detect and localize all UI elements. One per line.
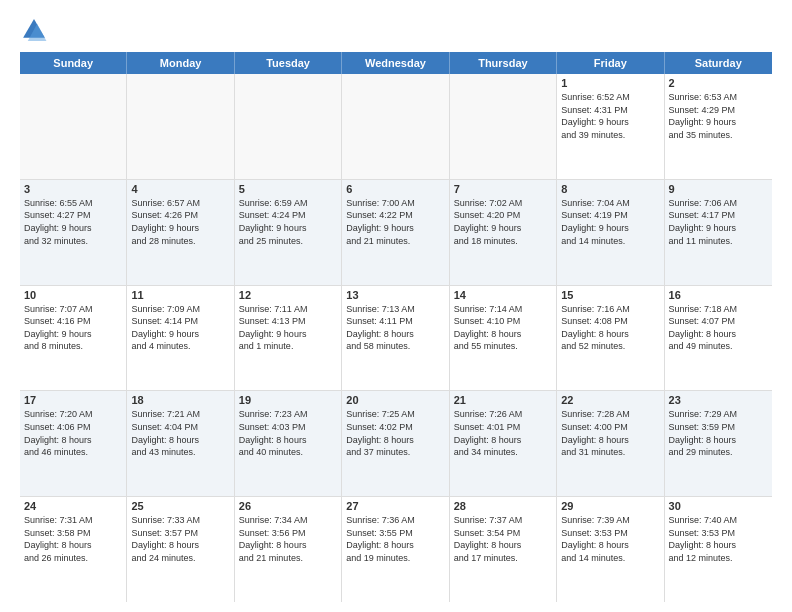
cal-header-cell-monday: Monday (127, 52, 234, 74)
cal-cell: 8Sunrise: 7:04 AM Sunset: 4:19 PM Daylig… (557, 180, 664, 285)
day-number: 19 (239, 394, 337, 406)
page: SundayMondayTuesdayWednesdayThursdayFrid… (0, 0, 792, 612)
cal-cell: 23Sunrise: 7:29 AM Sunset: 3:59 PM Dayli… (665, 391, 772, 496)
day-info: Sunrise: 6:52 AM Sunset: 4:31 PM Dayligh… (561, 91, 659, 141)
day-info: Sunrise: 7:31 AM Sunset: 3:58 PM Dayligh… (24, 514, 122, 564)
day-info: Sunrise: 7:33 AM Sunset: 3:57 PM Dayligh… (131, 514, 229, 564)
cal-row-3: 17Sunrise: 7:20 AM Sunset: 4:06 PM Dayli… (20, 391, 772, 497)
cal-cell: 11Sunrise: 7:09 AM Sunset: 4:14 PM Dayli… (127, 286, 234, 391)
cal-cell: 29Sunrise: 7:39 AM Sunset: 3:53 PM Dayli… (557, 497, 664, 602)
day-number: 2 (669, 77, 768, 89)
day-number: 20 (346, 394, 444, 406)
day-number: 9 (669, 183, 768, 195)
day-number: 3 (24, 183, 122, 195)
cal-cell: 13Sunrise: 7:13 AM Sunset: 4:11 PM Dayli… (342, 286, 449, 391)
day-info: Sunrise: 7:06 AM Sunset: 4:17 PM Dayligh… (669, 197, 768, 247)
day-info: Sunrise: 7:07 AM Sunset: 4:16 PM Dayligh… (24, 303, 122, 353)
cal-cell: 10Sunrise: 7:07 AM Sunset: 4:16 PM Dayli… (20, 286, 127, 391)
day-info: Sunrise: 7:37 AM Sunset: 3:54 PM Dayligh… (454, 514, 552, 564)
day-number: 5 (239, 183, 337, 195)
day-info: Sunrise: 7:29 AM Sunset: 3:59 PM Dayligh… (669, 408, 768, 458)
cal-cell: 26Sunrise: 7:34 AM Sunset: 3:56 PM Dayli… (235, 497, 342, 602)
cal-cell: 22Sunrise: 7:28 AM Sunset: 4:00 PM Dayli… (557, 391, 664, 496)
cal-header-cell-sunday: Sunday (20, 52, 127, 74)
day-number: 26 (239, 500, 337, 512)
day-number: 11 (131, 289, 229, 301)
day-number: 6 (346, 183, 444, 195)
calendar-body: 1Sunrise: 6:52 AM Sunset: 4:31 PM Daylig… (20, 74, 772, 602)
day-info: Sunrise: 7:00 AM Sunset: 4:22 PM Dayligh… (346, 197, 444, 247)
day-info: Sunrise: 7:16 AM Sunset: 4:08 PM Dayligh… (561, 303, 659, 353)
day-info: Sunrise: 7:28 AM Sunset: 4:00 PM Dayligh… (561, 408, 659, 458)
cal-cell: 1Sunrise: 6:52 AM Sunset: 4:31 PM Daylig… (557, 74, 664, 179)
day-info: Sunrise: 7:34 AM Sunset: 3:56 PM Dayligh… (239, 514, 337, 564)
cal-cell (235, 74, 342, 179)
cal-cell: 6Sunrise: 7:00 AM Sunset: 4:22 PM Daylig… (342, 180, 449, 285)
day-info: Sunrise: 6:53 AM Sunset: 4:29 PM Dayligh… (669, 91, 768, 141)
day-info: Sunrise: 7:23 AM Sunset: 4:03 PM Dayligh… (239, 408, 337, 458)
cal-header-cell-thursday: Thursday (450, 52, 557, 74)
day-info: Sunrise: 6:59 AM Sunset: 4:24 PM Dayligh… (239, 197, 337, 247)
cal-cell (450, 74, 557, 179)
logo-icon (20, 16, 48, 44)
day-number: 7 (454, 183, 552, 195)
cal-header-cell-friday: Friday (557, 52, 664, 74)
day-number: 15 (561, 289, 659, 301)
cal-cell: 2Sunrise: 6:53 AM Sunset: 4:29 PM Daylig… (665, 74, 772, 179)
day-info: Sunrise: 6:55 AM Sunset: 4:27 PM Dayligh… (24, 197, 122, 247)
cal-cell: 30Sunrise: 7:40 AM Sunset: 3:53 PM Dayli… (665, 497, 772, 602)
cal-cell: 15Sunrise: 7:16 AM Sunset: 4:08 PM Dayli… (557, 286, 664, 391)
day-number: 23 (669, 394, 768, 406)
day-number: 12 (239, 289, 337, 301)
day-number: 24 (24, 500, 122, 512)
day-number: 17 (24, 394, 122, 406)
cal-cell: 17Sunrise: 7:20 AM Sunset: 4:06 PM Dayli… (20, 391, 127, 496)
cal-cell: 5Sunrise: 6:59 AM Sunset: 4:24 PM Daylig… (235, 180, 342, 285)
cal-cell: 7Sunrise: 7:02 AM Sunset: 4:20 PM Daylig… (450, 180, 557, 285)
cal-header-cell-tuesday: Tuesday (235, 52, 342, 74)
cal-cell: 18Sunrise: 7:21 AM Sunset: 4:04 PM Dayli… (127, 391, 234, 496)
day-number: 10 (24, 289, 122, 301)
day-info: Sunrise: 7:26 AM Sunset: 4:01 PM Dayligh… (454, 408, 552, 458)
cal-cell (342, 74, 449, 179)
day-info: Sunrise: 7:21 AM Sunset: 4:04 PM Dayligh… (131, 408, 229, 458)
cal-row-0: 1Sunrise: 6:52 AM Sunset: 4:31 PM Daylig… (20, 74, 772, 180)
cal-row-1: 3Sunrise: 6:55 AM Sunset: 4:27 PM Daylig… (20, 180, 772, 286)
calendar-header: SundayMondayTuesdayWednesdayThursdayFrid… (20, 52, 772, 74)
cal-cell: 9Sunrise: 7:06 AM Sunset: 4:17 PM Daylig… (665, 180, 772, 285)
cal-cell: 25Sunrise: 7:33 AM Sunset: 3:57 PM Dayli… (127, 497, 234, 602)
day-info: Sunrise: 7:39 AM Sunset: 3:53 PM Dayligh… (561, 514, 659, 564)
day-number: 16 (669, 289, 768, 301)
day-number: 13 (346, 289, 444, 301)
cal-cell: 3Sunrise: 6:55 AM Sunset: 4:27 PM Daylig… (20, 180, 127, 285)
day-info: Sunrise: 7:04 AM Sunset: 4:19 PM Dayligh… (561, 197, 659, 247)
cal-cell (20, 74, 127, 179)
cal-row-4: 24Sunrise: 7:31 AM Sunset: 3:58 PM Dayli… (20, 497, 772, 602)
cal-cell: 16Sunrise: 7:18 AM Sunset: 4:07 PM Dayli… (665, 286, 772, 391)
cal-row-2: 10Sunrise: 7:07 AM Sunset: 4:16 PM Dayli… (20, 286, 772, 392)
day-number: 29 (561, 500, 659, 512)
day-info: Sunrise: 7:18 AM Sunset: 4:07 PM Dayligh… (669, 303, 768, 353)
day-info: Sunrise: 7:11 AM Sunset: 4:13 PM Dayligh… (239, 303, 337, 353)
day-info: Sunrise: 7:20 AM Sunset: 4:06 PM Dayligh… (24, 408, 122, 458)
cal-cell: 28Sunrise: 7:37 AM Sunset: 3:54 PM Dayli… (450, 497, 557, 602)
cal-cell: 14Sunrise: 7:14 AM Sunset: 4:10 PM Dayli… (450, 286, 557, 391)
day-number: 18 (131, 394, 229, 406)
cal-cell: 21Sunrise: 7:26 AM Sunset: 4:01 PM Dayli… (450, 391, 557, 496)
day-info: Sunrise: 6:57 AM Sunset: 4:26 PM Dayligh… (131, 197, 229, 247)
day-number: 28 (454, 500, 552, 512)
day-info: Sunrise: 7:02 AM Sunset: 4:20 PM Dayligh… (454, 197, 552, 247)
cal-cell: 27Sunrise: 7:36 AM Sunset: 3:55 PM Dayli… (342, 497, 449, 602)
day-number: 22 (561, 394, 659, 406)
cal-cell: 24Sunrise: 7:31 AM Sunset: 3:58 PM Dayli… (20, 497, 127, 602)
day-info: Sunrise: 7:40 AM Sunset: 3:53 PM Dayligh… (669, 514, 768, 564)
day-number: 1 (561, 77, 659, 89)
header (20, 16, 772, 44)
cal-cell (127, 74, 234, 179)
day-info: Sunrise: 7:09 AM Sunset: 4:14 PM Dayligh… (131, 303, 229, 353)
logo (20, 16, 52, 44)
day-number: 21 (454, 394, 552, 406)
day-info: Sunrise: 7:14 AM Sunset: 4:10 PM Dayligh… (454, 303, 552, 353)
day-number: 27 (346, 500, 444, 512)
cal-header-cell-wednesday: Wednesday (342, 52, 449, 74)
